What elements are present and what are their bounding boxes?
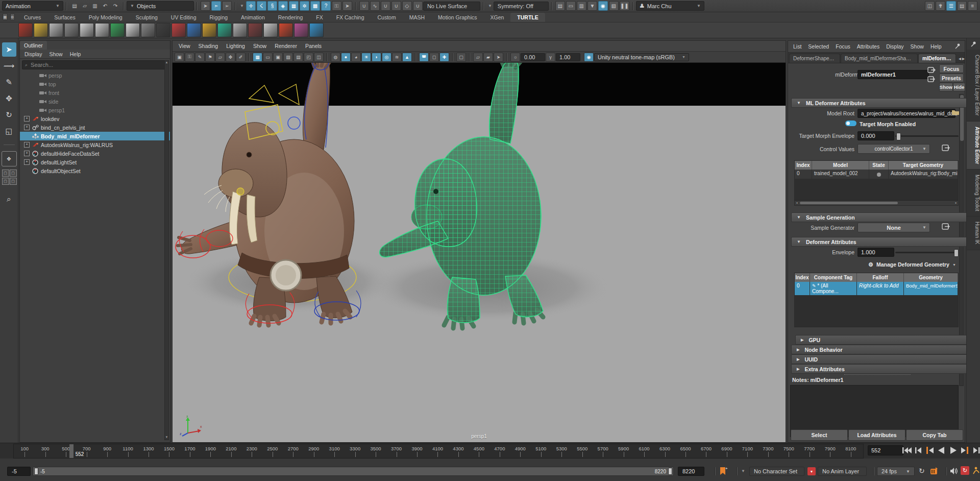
mask-handles-icon[interactable]: ✛ bbox=[246, 1, 256, 11]
outliner-item-autodeskwalrus-rig-walrus[interactable]: +AutodeskWalrus_rig:WALRUS bbox=[20, 140, 170, 149]
focus-button[interactable]: Focus bbox=[939, 64, 964, 73]
safe-title-icon[interactable]: ◫ bbox=[314, 53, 324, 62]
hide-button[interactable]: Hide bbox=[953, 83, 965, 91]
character-controls-icon[interactable]: ✟ bbox=[936, 1, 945, 11]
fps-dropdown[interactable]: 24 fps ▼ bbox=[877, 467, 915, 476]
show-button[interactable]: Show bbox=[939, 83, 953, 91]
gate-mask-icon[interactable]: ▧ bbox=[283, 53, 293, 62]
xray-joints-icon[interactable]: ✚ bbox=[439, 53, 449, 62]
section-header-deformer-attributes[interactable]: ▼Deformer Attributes bbox=[791, 237, 972, 247]
ipr-render-icon[interactable]: ▥ bbox=[577, 1, 586, 11]
motion-blur-icon[interactable]: ≋ bbox=[392, 53, 402, 62]
ae-menu-attributes[interactable]: Attributes bbox=[857, 43, 879, 50]
exposure-field[interactable]: 0.00 bbox=[521, 53, 545, 61]
move-tool-icon[interactable]: ✥ bbox=[2, 91, 16, 106]
grid-icon[interactable]: ▦ bbox=[253, 53, 262, 62]
outliner-search[interactable]: ⌕ Search... bbox=[22, 60, 168, 69]
expand-icon[interactable]: + bbox=[24, 125, 30, 130]
ae-menu-selected[interactable]: Selected bbox=[808, 43, 829, 50]
shelf-tab-xgen[interactable]: XGen bbox=[484, 13, 511, 22]
step-back-frame-button[interactable] bbox=[912, 445, 924, 455]
shelf-item-icon[interactable] bbox=[95, 23, 109, 37]
viewport-menu-lighting[interactable]: Lighting bbox=[226, 43, 245, 49]
sample-generator-dropdown[interactable]: None▼ bbox=[857, 223, 930, 232]
mute-audio-icon[interactable] bbox=[949, 467, 958, 476]
outliner-item-persp[interactable]: persp bbox=[20, 71, 170, 80]
select-icon[interactable]: ➤ bbox=[494, 53, 503, 62]
current-frame-field[interactable]: 552 bbox=[868, 445, 903, 455]
column-header-index[interactable]: Index bbox=[795, 161, 812, 170]
envelope-slider[interactable] bbox=[895, 252, 959, 253]
render-settings-icon[interactable]: ▼ bbox=[587, 1, 597, 11]
scroll-up-icon[interactable]: ▲ bbox=[165, 61, 168, 65]
ae-menu-list[interactable]: List bbox=[793, 43, 801, 50]
safe-action-icon[interactable]: ◰ bbox=[304, 53, 313, 62]
viewport-menu-view[interactable]: View bbox=[179, 43, 190, 49]
channel-box-icon[interactable]: ≡ bbox=[968, 1, 977, 11]
expand-icon[interactable]: + bbox=[24, 116, 30, 122]
section-header-ml-deformer-attributes[interactable]: ▼ML Deformer Attributes bbox=[791, 98, 972, 108]
slider-handle[interactable] bbox=[896, 133, 901, 140]
right-tab-human-ik[interactable]: Human IK bbox=[967, 217, 980, 250]
save-scene-icon[interactable]: ▥ bbox=[90, 2, 100, 11]
display-render-icon[interactable]: ◉ bbox=[598, 1, 608, 11]
footer-button-copy-tab[interactable]: Copy Tab bbox=[906, 429, 963, 441]
outliner-item-side[interactable]: side bbox=[20, 97, 170, 106]
outliner-item-lookdev[interactable]: +lookdev bbox=[20, 114, 170, 123]
chevron-down-icon[interactable]: ▼ bbox=[488, 4, 492, 8]
user-account-dropdown[interactable]: 👤︎ Marc Chu ▼ bbox=[636, 1, 704, 11]
viewport-menu-panels[interactable]: Panels bbox=[305, 43, 322, 49]
shelf-item-icon[interactable] bbox=[248, 23, 262, 37]
snap-grid-icon[interactable]: ∪ bbox=[359, 1, 369, 11]
tab-scroll-right-icon[interactable]: ▸ bbox=[962, 56, 965, 61]
menu-set-dropdown[interactable]: Animation ▼ bbox=[2, 1, 63, 11]
expand-icon[interactable]: + bbox=[24, 142, 30, 148]
range-handle-left[interactable] bbox=[34, 468, 38, 475]
shelf-item-icon[interactable] bbox=[202, 23, 216, 37]
textured-icon[interactable]: ◕ bbox=[351, 53, 361, 62]
expand-icon[interactable]: + bbox=[24, 151, 30, 156]
go-to-start-button[interactable] bbox=[900, 445, 912, 455]
shelf-tab-poly-modeling[interactable]: Poly Modeling bbox=[82, 13, 129, 22]
shelf-item-icon[interactable] bbox=[309, 23, 324, 37]
tone-map-dropdown[interactable]: Unity neutral tone-map (sRGB)▼ bbox=[594, 53, 689, 61]
column-header-falloff[interactable]: Falloff bbox=[857, 273, 904, 282]
film-gate-icon[interactable]: ▭ bbox=[263, 53, 273, 62]
2d-pan-zoom-icon[interactable]: ✥ bbox=[226, 53, 235, 62]
new-scene-icon[interactable]: ▤ bbox=[70, 2, 79, 11]
shelf-tab-curves[interactable]: Curves bbox=[17, 13, 47, 22]
paste-view-icon[interactable]: ▰ bbox=[483, 53, 493, 62]
bookmark-add-icon[interactable]: + bbox=[719, 466, 728, 477]
pin-icon[interactable] bbox=[967, 38, 980, 50]
column-header-target-geometry[interactable]: Target Geometry bbox=[889, 161, 958, 170]
section-header-sample-generation[interactable]: ▼Sample Generation bbox=[791, 212, 972, 222]
layout-single-pane-icon[interactable]: ❖ bbox=[2, 151, 17, 166]
right-tab-modeling-toolkit[interactable]: Modeling Toolkit bbox=[967, 170, 980, 217]
evaluation-mode-icon[interactable] bbox=[971, 466, 979, 476]
loop-icon[interactable]: ↻ bbox=[919, 467, 925, 475]
attribute-editor-icon[interactable]: ☰ bbox=[946, 1, 956, 11]
rotate-tool-icon[interactable]: ↻ bbox=[2, 108, 16, 122]
shelf-item-icon[interactable] bbox=[279, 23, 293, 37]
pin-icon[interactable] bbox=[954, 43, 961, 50]
shelf-tab-custom[interactable]: Custom bbox=[371, 13, 403, 22]
ae-tab-body_mid_mldeformershapeorig1[interactable]: Body_mid_mlDeformerShapeOrig1 bbox=[841, 54, 918, 63]
anim-layer-icon[interactable]: ▼ bbox=[807, 467, 816, 475]
shelf-item-icon[interactable] bbox=[233, 23, 247, 37]
shelf-item-icon[interactable] bbox=[172, 23, 186, 37]
ae-menu-help[interactable]: Help bbox=[930, 43, 942, 50]
mask-deformations-icon[interactable]: ▦ bbox=[289, 1, 299, 11]
tool-settings-icon[interactable]: ▤ bbox=[957, 1, 967, 11]
copy-view-icon[interactable]: ▱ bbox=[473, 53, 483, 62]
mask-misc-icon[interactable]: ? bbox=[321, 1, 331, 11]
scroll-down-icon[interactable]: ▼ bbox=[165, 436, 168, 440]
outliner-item-defaulthidefacedataset[interactable]: +defaultHideFaceDataSet bbox=[20, 149, 170, 158]
time-slider[interactable]: 1003005007009001100130015001700190021002… bbox=[0, 443, 980, 460]
shelf-tab-sculpting[interactable]: Sculpting bbox=[129, 13, 164, 22]
envelope-field[interactable]: 1.000 bbox=[857, 248, 894, 257]
node-name-field[interactable]: mlDeformer1 bbox=[857, 70, 929, 79]
step-forward-key-button[interactable] bbox=[959, 445, 971, 455]
play-forwards-button[interactable] bbox=[947, 445, 959, 455]
texture-bake-icon[interactable]: ▧ bbox=[609, 1, 619, 11]
range-start-field[interactable]: -5 bbox=[7, 467, 31, 476]
